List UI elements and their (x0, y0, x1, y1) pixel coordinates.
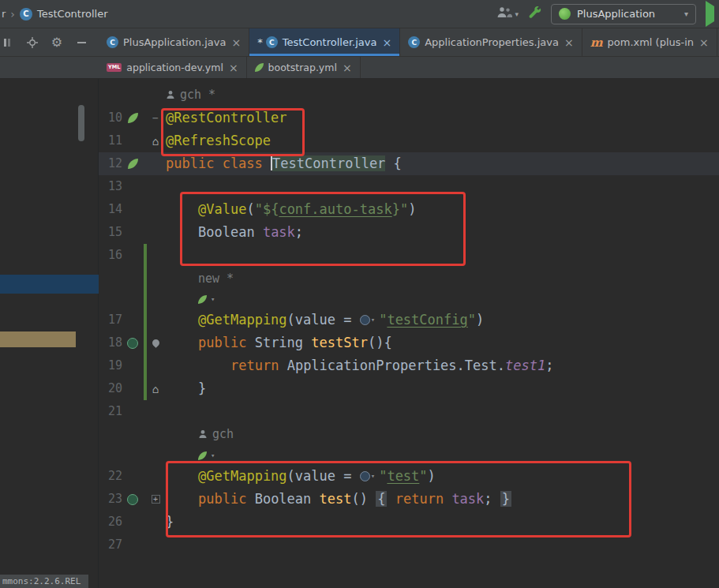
globe-icon (360, 315, 370, 325)
vcs-change-bar (143, 107, 148, 129)
modified-asterisk: * (257, 36, 263, 48)
settings-gear-icon[interactable]: ⚙ (50, 36, 64, 50)
vcs-change-bar (143, 446, 148, 465)
line-number[interactable]: 14 (99, 198, 122, 221)
tab-ApplicationProperties.java[interactable]: CApplicationProperties.java× (400, 28, 582, 56)
vcs-change-bar (143, 244, 148, 267)
vcs-change-bar (143, 309, 148, 331)
tab-bootstrap.yml[interactable]: bootstrap.yml× (247, 57, 361, 78)
code-text[interactable]: new * (166, 267, 719, 290)
url-inlay-icon[interactable]: ▾ (360, 465, 375, 488)
tool-window-stripe-icon[interactable] (1, 36, 15, 50)
tab-TestController.java[interactable]: *CTestController.java× (249, 28, 400, 56)
vcs-change-bar (143, 267, 148, 290)
minimize-icon (77, 42, 86, 43)
code-text[interactable]: @GetMapping(value = ▾"testConfig") (166, 309, 719, 331)
code-text[interactable]: gch * (166, 84, 719, 107)
close-icon[interactable]: × (343, 62, 352, 74)
tree-hover-row[interactable] (0, 331, 76, 347)
code-text[interactable]: ▾ (166, 288, 719, 311)
close-icon[interactable]: × (564, 36, 574, 49)
tree-selection-row[interactable] (0, 275, 99, 294)
close-icon[interactable]: × (229, 62, 238, 74)
code-line-19: 19return ApplicationProperties.Test.test… (99, 354, 719, 377)
project-panel: mmons:2.2.6.REL (0, 79, 99, 588)
code-text[interactable]: public Boolean test() { return task; } (166, 488, 719, 511)
spring-bean-icon[interactable] (122, 159, 143, 169)
close-icon[interactable]: × (699, 36, 709, 49)
run-button[interactable] (706, 6, 714, 21)
close-icon[interactable]: × (382, 36, 391, 49)
wrench-icon (528, 6, 541, 22)
run-config-combo[interactable]: PlusApplication ▾ (551, 4, 696, 24)
request-mapping-icon[interactable] (122, 338, 143, 349)
tab-pom.xml (plus-in[interactable]: mpom.xml (plus-in× (582, 28, 717, 56)
code-text[interactable]: } (166, 377, 719, 400)
hide-panel-icon[interactable] (74, 36, 88, 50)
vcs-change-bar (143, 221, 148, 244)
code-text[interactable]: @RefreshScope (166, 129, 719, 152)
line-number[interactable]: 18 (99, 331, 122, 354)
spring-boot-icon (559, 8, 571, 20)
collaborators-button[interactable]: ▾ (496, 6, 519, 21)
code-text[interactable]: return ApplicationProperties.Test.test1; (166, 354, 719, 377)
code-text[interactable]: } (166, 511, 719, 534)
line-number[interactable]: 20 (99, 377, 122, 400)
url-inlay-icon[interactable]: ▾ (360, 309, 375, 331)
bookmark-icon[interactable]: ⌂ (148, 136, 163, 147)
locate-file-icon[interactable] (25, 36, 39, 50)
code-line-21: 21 (99, 400, 719, 423)
code-line-10: 10−@RestController (99, 107, 719, 129)
line-number[interactable]: 21 (99, 400, 122, 423)
spring-inlay-hint[interactable]: ▾ (198, 288, 215, 311)
code-text[interactable]: @Value("${conf.auto-task}") (166, 198, 719, 221)
tab-PlusApplication.java[interactable]: CPlusApplication.java× (99, 28, 249, 56)
vcs-change-bar (143, 488, 148, 511)
line-number[interactable]: 19 (99, 354, 122, 377)
code-line-18: 18public String testStr(){ (99, 331, 719, 354)
breadcrumb[interactable]: r › C TestController (2, 8, 108, 21)
line-number[interactable]: 17 (99, 309, 122, 331)
code-line-23: 23+public Boolean test() { return task; … (99, 488, 719, 511)
tab-label: pom.xml (plus-in (608, 36, 695, 48)
vcs-change-bar (143, 129, 148, 152)
line-number[interactable]: 11 (99, 129, 122, 152)
breadcrumb-prefix[interactable]: r (2, 8, 6, 20)
line-number[interactable]: 12 (99, 152, 122, 175)
vcs-change-bar (143, 152, 148, 175)
tab-application-dev.yml[interactable]: YMLapplication-dev.yml× (99, 57, 247, 78)
code-text[interactable]: gch (166, 423, 719, 447)
fold-expand-icon[interactable]: + (148, 495, 163, 504)
line-number[interactable]: 22 (99, 465, 122, 488)
pin-icon[interactable] (148, 339, 163, 346)
code-text[interactable]: public class TestController { (166, 152, 719, 175)
vcs-change-bar (143, 175, 148, 198)
line-number[interactable]: 15 (99, 221, 122, 244)
code-text[interactable]: public String testStr(){ (166, 331, 719, 354)
request-mapping-icon[interactable] (122, 494, 143, 505)
code-text[interactable]: @GetMapping(value = ▾"test") (166, 465, 719, 488)
code-text[interactable]: ▾ (166, 444, 719, 467)
line-number[interactable]: 16 (99, 244, 122, 267)
spring-bean-icon[interactable] (122, 113, 143, 123)
line-number[interactable]: 23 (99, 488, 122, 511)
panel-scrollbar-thumb[interactable] (78, 105, 84, 141)
chevron-down-icon: ▾ (371, 465, 375, 488)
close-icon[interactable]: × (231, 36, 241, 49)
spring-inlay-hint[interactable]: ▾ (198, 444, 215, 467)
line-number[interactable]: 13 (99, 175, 122, 198)
line-number[interactable]: 27 (99, 534, 122, 556)
author-hint-text: gch (198, 423, 234, 446)
breadcrumb-class[interactable]: TestController (37, 8, 108, 20)
spring-hint-row: ▾ (99, 290, 719, 309)
fold-marker[interactable]: − (148, 113, 163, 123)
build-project-button[interactable] (528, 6, 541, 22)
code-text[interactable]: Boolean task; (166, 221, 719, 244)
line-number[interactable]: 26 (99, 511, 122, 534)
author-hint: gch (99, 423, 719, 446)
line-number[interactable]: 10 (99, 107, 122, 129)
editor: mmons:2.2.6.REL gch *10−@RestController1… (0, 79, 719, 588)
tab-bar-row2: YMLapplication-dev.yml×bootstrap.yml× (0, 57, 719, 79)
code-text[interactable]: @RestController (166, 107, 719, 129)
bookmark-icon[interactable]: ⌂ (148, 384, 163, 395)
